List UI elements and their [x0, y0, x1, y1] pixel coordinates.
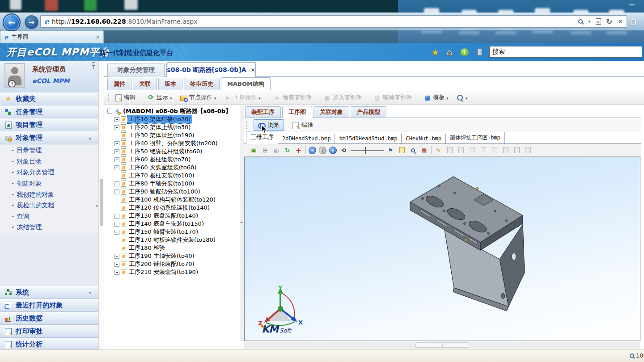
tree-item[interactable]: 工序150 触臂安装(to170) — [106, 228, 239, 236]
process-tab[interactable]: 装配工序 — [245, 106, 281, 118]
tree-item[interactable]: 工序130 底盘装配(to140) — [106, 212, 239, 220]
sidebar-subitem[interactable]: 创建对象 — [0, 178, 99, 189]
expand-icon[interactable] — [114, 270, 119, 275]
tree-item[interactable]: 工序140 底盘车安装(to150) — [106, 220, 239, 228]
expand-icon[interactable] — [114, 181, 119, 186]
view-tab[interactable]: 关联 — [133, 78, 157, 90]
collapse-panel-button[interactable]: ▴ — [415, 342, 469, 348]
compatibility-view-icon[interactable] — [596, 18, 601, 25]
expand-icon[interactable] — [114, 117, 119, 122]
rotate-icon[interactable]: ↻ — [283, 146, 292, 155]
stop-icon[interactable]: ✕ — [618, 18, 623, 25]
expand-icon[interactable] — [114, 149, 119, 154]
file-tab[interactable]: bm15dDHeadStud.bmp — [335, 134, 402, 143]
view-tab[interactable]: 版本 — [158, 78, 182, 90]
fit-view-icon[interactable]: ▣ — [250, 146, 258, 155]
template-button[interactable]: 模板 — [421, 92, 453, 103]
sidebar-subitem[interactable]: 我检出的文档 — [0, 200, 99, 211]
browse-button[interactable]: 浏览 — [254, 119, 284, 131]
add-parts-button[interactable]: 加入零部件 — [321, 92, 371, 103]
view-tab[interactable]: 属性 — [107, 78, 131, 90]
process-operations-button[interactable]: 工序操作 — [221, 92, 266, 103]
tab-close-icon[interactable]: ✕ — [251, 67, 255, 73]
tree-item[interactable]: 工序200 链轮装配(to70) — [106, 260, 239, 268]
tab-close-icon[interactable]: ✕ — [96, 34, 100, 40]
capture-icon[interactable]: ▦ — [420, 146, 428, 155]
collapse-expander-icon[interactable] — [107, 109, 112, 114]
file-tab[interactable]: 架体焊接工序图.bmp — [446, 132, 505, 143]
splitter-expand-icon[interactable]: ▸ — [241, 220, 243, 224]
tree-item[interactable]: 工序60 灭弧室组装(to60) — [106, 164, 239, 172]
tab-breaker-object[interactable]: s08-0b 断路器[s08-0b]A ✕ — [166, 62, 256, 77]
disabled-tool-icon[interactable] — [513, 146, 521, 155]
magnifier-icon[interactable] — [409, 146, 417, 155]
toolbar-separator[interactable] — [431, 146, 432, 154]
expand-icon[interactable] — [114, 189, 119, 194]
expand-icon[interactable] — [114, 165, 119, 170]
tree-item[interactable]: 工序190 主轴安装(to40) — [106, 252, 239, 260]
expand-icon[interactable] — [114, 157, 119, 162]
pin-icon[interactable] — [92, 62, 95, 66]
edit-button[interactable]: 编辑 — [112, 92, 144, 103]
tree-item[interactable]: 工序170 封板连锁件安装(to180) — [106, 236, 239, 244]
home-icon[interactable]: ⌂ — [445, 47, 454, 57]
file-tab[interactable]: 2dDHeadStud.bmp — [278, 134, 335, 143]
view-tab[interactable]: 签审历史 — [184, 78, 220, 90]
edit-annotation-icon[interactable]: ✎ — [434, 146, 443, 155]
collapse-arrow-icon[interactable] — [89, 135, 94, 140]
process-tab[interactable]: 关联对象 — [314, 106, 349, 118]
replay-icon[interactable]: ⟲ — [339, 146, 348, 155]
progress-slider[interactable] — [351, 146, 384, 155]
expand-icon[interactable] — [114, 254, 119, 259]
search-dropdown-icon[interactable]: ▾ — [588, 19, 590, 24]
disabled-tool-icon[interactable] — [468, 146, 476, 155]
sidebar-subitem[interactable]: 查询 — [0, 211, 99, 223]
sidebar-group-tasks[interactable]: 任务管理 — [0, 105, 99, 118]
disabled-tool-icon[interactable] — [479, 146, 487, 155]
process-tab[interactable]: 产品模型 — [351, 106, 386, 118]
disabled-tool-icon[interactable] — [445, 146, 454, 155]
tree-item[interactable]: 工序30 架体清丝(to190) — [106, 131, 239, 139]
panel-splitter[interactable]: ▸ — [240, 106, 244, 341]
tree-item[interactable]: 工序100 机构与箱体装配(to120) — [106, 196, 239, 204]
collapse-arrow-icon[interactable] — [89, 290, 94, 295]
sidebar-subitem[interactable]: 对象分类管理 — [0, 167, 99, 178]
remove-parts-button[interactable]: 移除零部件 — [371, 92, 421, 103]
window-minimize-button[interactable]: — — [629, 1, 635, 8]
pan-icon[interactable]: + — [294, 146, 303, 155]
3d-viewport[interactable]: Y Z X KMSoft — [244, 157, 640, 341]
zoom-window-icon[interactable]: ⊞ — [261, 146, 269, 155]
info-icon[interactable]: i — [461, 48, 469, 56]
address-bar[interactable]: e http://192.168.60.228:8010/MainFrame.a… — [40, 15, 627, 28]
expand-icon[interactable] — [114, 141, 119, 146]
jump-marker-icon[interactable]: ⚑ — [386, 146, 395, 155]
logout-door-icon[interactable] — [477, 49, 483, 56]
node-operations-button[interactable]: 节点操作 — [177, 92, 221, 103]
browser-back-button[interactable]: ← — [3, 13, 21, 31]
sidebar-subitem[interactable]: 对象目录 — [0, 156, 99, 168]
scrollbar-thumb[interactable] — [100, 179, 103, 226]
step-back-icon[interactable]: ◂ — [309, 147, 316, 154]
search-tool-button[interactable] — [453, 93, 473, 103]
disabled-tool-icon[interactable] — [490, 146, 499, 155]
sidebar-group-print-approval[interactable]: 打印审批 — [0, 325, 99, 338]
sidebar-group-system[interactable]: 系统 — [0, 286, 99, 299]
browser-tab[interactable]: e 主界面 ✕ — [0, 30, 104, 43]
tree-item[interactable]: 工序80 半轴分装(to100) — [106, 180, 239, 188]
browser-forward-button[interactable]: → — [25, 15, 38, 29]
sidebar-group-recent-objects[interactable]: 最近打开的对象 — [0, 299, 99, 312]
toolbar-separator[interactable] — [268, 93, 268, 101]
tree-item[interactable]: 工序60 极柱组装(to70) — [106, 156, 239, 164]
favorites-star-icon[interactable]: ★ — [430, 47, 440, 57]
tree-item[interactable]: 工序120 传动系统连接(to140) — [106, 204, 239, 212]
sidebar-group-history-data[interactable]: 历史数据 — [0, 312, 99, 325]
zoom-indicator[interactable]: 100% — [630, 352, 644, 359]
tree-root[interactable]: ✳ (MABOM) s08-0b 断路器【s08-0b】 — [106, 107, 239, 115]
tree-item[interactable]: 工序50 绝缘拉杆组装(to60) — [106, 147, 239, 156]
edit-button[interactable]: 编辑 — [288, 120, 317, 130]
note-icon[interactable] — [398, 146, 406, 155]
preassemble-parts-button[interactable]: 预装零部件 — [271, 92, 321, 103]
browser-home-icon[interactable]: ⌂ — [630, 15, 636, 27]
pause-icon[interactable]: ‖ — [319, 147, 326, 154]
disabled-tool-icon[interactable] — [501, 146, 510, 155]
